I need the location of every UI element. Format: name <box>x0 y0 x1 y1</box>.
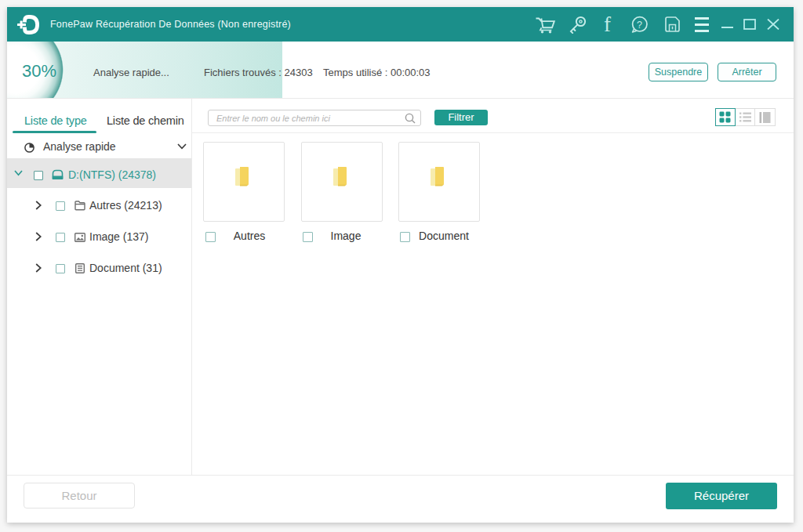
svg-text:f: f <box>604 14 611 34</box>
svg-text:?: ? <box>637 19 642 30</box>
